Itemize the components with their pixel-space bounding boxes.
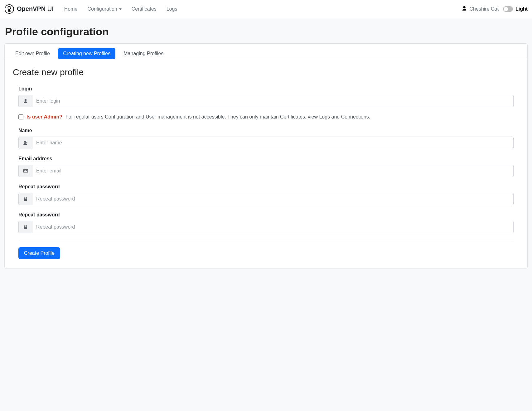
password2-input[interactable] — [32, 221, 514, 233]
theme-label: Light — [515, 6, 528, 12]
nav-logs[interactable]: Logs — [162, 4, 182, 14]
tab-edit-own-profile[interactable]: Edit own Profile — [10, 48, 55, 59]
email-label: Email address — [18, 156, 514, 162]
lock-icon — [18, 221, 32, 233]
is-admin-label: Is user Admin? — [27, 114, 62, 120]
is-admin-checkbox[interactable] — [18, 114, 23, 119]
form-group-name: Name — [18, 128, 514, 149]
password2-label: Repeat password — [18, 212, 514, 218]
chevron-down-icon — [119, 8, 122, 10]
form-divider — [18, 241, 514, 241]
card-body: Create new profile Login Is user Admin? — [5, 59, 527, 268]
tab-managing-profiles[interactable]: Managing Profiles — [118, 48, 168, 59]
nav-links: Home Configuration Certificates Logs — [60, 4, 182, 14]
nav-home[interactable]: Home — [60, 4, 82, 14]
user-icon — [18, 95, 32, 107]
openvpn-logo-icon — [4, 4, 14, 14]
card-header: Edit own Profile Creating new Profiles M… — [5, 44, 527, 59]
form-group-login: Login — [18, 86, 514, 107]
name-input[interactable] — [32, 137, 514, 149]
user-icon — [462, 6, 467, 12]
brand-title-strong: OpenVPN — [17, 5, 46, 12]
password1-label: Repeat password — [18, 184, 514, 190]
envelope-icon — [18, 165, 32, 177]
form-group-password-2: Repeat password — [18, 212, 514, 233]
top-navbar: OpenVPN UI Home Configuration Certificat… — [0, 0, 532, 18]
profile-card: Edit own Profile Creating new Profiles M… — [4, 43, 528, 269]
section-title: Create new profile — [13, 67, 519, 77]
brand-title-light: UI — [46, 5, 54, 12]
nav-configuration[interactable]: Configuration — [83, 4, 126, 14]
password1-input[interactable] — [32, 193, 514, 205]
user-menu[interactable]: Cheshire Cat — [462, 6, 499, 12]
login-input[interactable] — [32, 95, 514, 107]
user-plus-icon — [18, 137, 32, 149]
form-group-password-1: Repeat password — [18, 184, 514, 205]
theme-toggle: Light — [503, 6, 528, 12]
tab-creating-new-profiles[interactable]: Creating new Profiles — [58, 48, 115, 59]
login-label: Login — [18, 86, 514, 92]
create-profile-button[interactable]: Create Profile — [18, 247, 60, 259]
lock-icon — [18, 193, 32, 205]
name-label: Name — [18, 128, 514, 133]
brand-link[interactable]: OpenVPN UI — [4, 4, 54, 14]
is-admin-hint: For regular users Configuration and User… — [65, 114, 370, 120]
form-group-email: Email address — [18, 156, 514, 177]
profile-tabs: Edit own Profile Creating new Profiles M… — [10, 48, 522, 59]
user-name: Cheshire Cat — [470, 6, 499, 12]
nav-configuration-label: Configuration — [88, 6, 117, 12]
theme-switch[interactable] — [503, 6, 513, 12]
theme-switch-knob — [504, 7, 508, 11]
nav-certificates[interactable]: Certificates — [127, 4, 161, 14]
navbar-right: Cheshire Cat Light — [462, 6, 528, 12]
page-title: Profile configuration — [5, 26, 527, 38]
is-admin-row: Is user Admin? For regular users Configu… — [18, 114, 514, 120]
email-input[interactable] — [32, 165, 514, 177]
